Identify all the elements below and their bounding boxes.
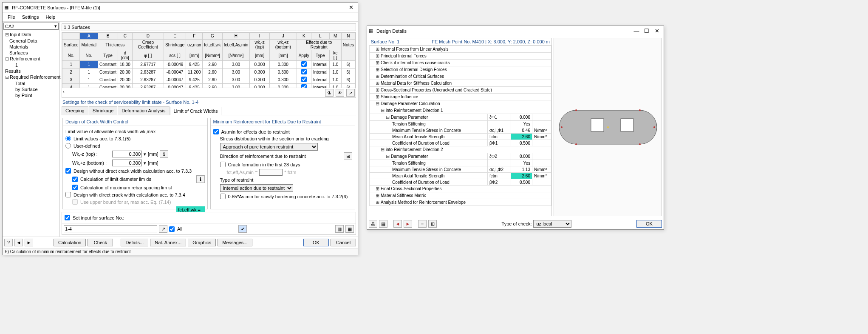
case-combo[interactable]: CA2▾ bbox=[3, 23, 59, 30]
detail-row[interactable]: ⊟Damage ParameterζΦ20.000 bbox=[370, 153, 551, 160]
menu-settings[interactable]: Settings bbox=[19, 14, 42, 20]
col-h[interactable]: H bbox=[222, 33, 250, 40]
detail-row[interactable]: ⊞Final Cross-Sectional Properties bbox=[370, 186, 551, 192]
col-m[interactable]: M bbox=[329, 33, 341, 40]
col-e[interactable]: E bbox=[164, 33, 186, 40]
detail-row[interactable]: ⊟into Reinforcement Direction 2 bbox=[370, 146, 551, 153]
table-row[interactable]: 41Constant20.002.63287-0.000479.4252.603… bbox=[62, 84, 356, 88]
col-l[interactable]: L bbox=[311, 33, 329, 40]
table-row[interactable]: 21Constant20.002.63287-0.0004711.2002.60… bbox=[62, 69, 356, 76]
wk-bottom-input[interactable] bbox=[112, 160, 142, 166]
col-c[interactable]: C bbox=[118, 33, 133, 40]
check-button[interactable]: Check bbox=[88, 239, 113, 246]
list-icon[interactable]: ≡ bbox=[418, 220, 427, 228]
detail-row[interactable]: ⊞Cross-Sectional Properties (Uncracked a… bbox=[370, 87, 551, 94]
info-icon-2[interactable]: ℹ bbox=[196, 175, 205, 183]
table-row[interactable]: 31Constant20.002.63287-0.000479.4252.603… bbox=[62, 76, 356, 84]
detail-row[interactable]: Mean Axial Tensile Strengthfctm2.60N/mm² bbox=[370, 134, 551, 140]
nat-annex-button[interactable]: Nat. Annex... bbox=[150, 239, 186, 246]
next-red-icon[interactable]: ► bbox=[404, 220, 412, 228]
eye-icon[interactable]: 👁 bbox=[336, 89, 344, 97]
detail-row[interactable]: ⊞Material Stiffness Matrix bbox=[370, 192, 551, 199]
tree-required-reinforcement[interactable]: ⊟Required Reinforcement bbox=[3, 74, 59, 80]
detail-table[interactable]: ⊞Internal Forces from Linear Analysis⊞Pr… bbox=[369, 46, 551, 206]
prev-red-icon[interactable]: ◄ bbox=[393, 220, 402, 228]
tree-reinforcement[interactable]: ⊟Reinforcement bbox=[3, 56, 59, 62]
stress-dist-select[interactable]: Approach of pure tension restraint bbox=[220, 143, 318, 151]
detail-row[interactable]: ⊞Material Data for Stiffness Calculation bbox=[370, 80, 551, 87]
detail-row[interactable]: Mean Axial Tensile Strengthfctm2.60N/mm² bbox=[370, 173, 551, 179]
graphics-button[interactable]: Graphics bbox=[188, 239, 216, 246]
restraint-type-select[interactable]: Internal action due to restraint bbox=[220, 184, 293, 192]
tree-input-data[interactable]: ⊟Input Data bbox=[3, 31, 59, 38]
detail-row[interactable]: ⊟into Reinforcement Direction 1 bbox=[370, 107, 551, 114]
excel-icon[interactable]: ▦ bbox=[379, 220, 387, 228]
close-icon[interactable]: ✕ bbox=[652, 28, 662, 34]
tab-shrinkage[interactable]: Shrinkage bbox=[89, 106, 118, 115]
col-i[interactable]: I bbox=[250, 33, 270, 40]
col-n[interactable]: N bbox=[341, 33, 355, 40]
detail-row[interactable]: Coefficient of Duration of LoadβΦ20.500 bbox=[370, 179, 551, 186]
view-2-icon[interactable]: ▦ bbox=[345, 225, 354, 233]
col-a[interactable]: A bbox=[80, 33, 98, 40]
tree-total[interactable]: Total bbox=[3, 80, 59, 86]
col-b[interactable]: B bbox=[98, 33, 118, 40]
menu-help[interactable]: Help bbox=[42, 14, 59, 20]
chk-asmin[interactable] bbox=[213, 129, 219, 134]
table-row[interactable]: 11Constant18.002.67717-0.000499.4252.603… bbox=[62, 61, 356, 69]
help-icon[interactable]: ? bbox=[4, 239, 13, 246]
detail-row[interactable]: Maximum Tensile Stress in Concreteσc,I,Φ… bbox=[370, 166, 551, 173]
detail-ok-button[interactable]: OK bbox=[636, 220, 662, 228]
detail-row[interactable]: ⊞Principal Internal Forces bbox=[370, 53, 551, 60]
detail-row[interactable]: ⊞Selection of Internal Design Forces bbox=[370, 66, 551, 73]
cancel-button[interactable]: Cancel bbox=[331, 239, 356, 246]
grid-icon[interactable]: ⊞ bbox=[428, 220, 437, 228]
detail-row[interactable]: Maximum Tensile Stress in Concreteσc,I,Φ… bbox=[370, 127, 551, 134]
tree-surfaces[interactable]: Surfaces bbox=[3, 50, 59, 56]
radio-user-defined[interactable] bbox=[65, 143, 71, 148]
direction-icon[interactable]: ⊞ bbox=[344, 152, 352, 160]
type-check-select[interactable]: uz,local bbox=[533, 220, 571, 228]
menu-file[interactable]: File bbox=[4, 14, 19, 20]
tree-by-surface[interactable]: by Surface bbox=[3, 86, 59, 92]
chk-limsl[interactable] bbox=[72, 185, 78, 190]
detail-row[interactable]: Tension StiffeningYes bbox=[370, 121, 551, 127]
tab-crack-widths[interactable]: Limit of Crack Widths bbox=[170, 107, 222, 115]
detail-row[interactable]: Coefficient of Duration of LoadβΦ10.500 bbox=[370, 140, 551, 146]
col-k[interactable]: K bbox=[297, 33, 311, 40]
info-icon[interactable]: ℹ bbox=[160, 150, 168, 158]
close-icon[interactable]: ✕ bbox=[346, 4, 356, 11]
detail-row[interactable]: ⊞Internal Forces from Linear Analysis bbox=[370, 46, 551, 53]
maximize-icon[interactable]: ☐ bbox=[642, 28, 652, 34]
wk-top-input[interactable] bbox=[112, 151, 142, 157]
chk-733[interactable] bbox=[65, 168, 71, 174]
chk-085asmin[interactable] bbox=[220, 194, 226, 199]
next-icon[interactable]: ► bbox=[25, 239, 33, 246]
col-g[interactable]: G bbox=[203, 33, 222, 40]
chk-28days[interactable] bbox=[220, 162, 226, 167]
pick-surface-icon[interactable]: ↗ bbox=[159, 225, 167, 233]
tab-creeping[interactable]: Creeping bbox=[62, 106, 88, 115]
apply-check-icon[interactable]: ✔ bbox=[238, 225, 247, 233]
print-icon[interactable]: 🖶 bbox=[369, 220, 377, 228]
view-1-icon[interactable]: ▥ bbox=[335, 225, 344, 233]
detail-row[interactable]: ⊟Damage Parameter Calculation bbox=[370, 100, 551, 107]
detail-row[interactable]: ⊟Damage ParameterζΦ10.000 bbox=[370, 114, 551, 121]
minimize-icon[interactable]: — bbox=[631, 28, 642, 34]
radio-limit-7315[interactable] bbox=[65, 136, 71, 141]
prev-icon[interactable]: ◄ bbox=[14, 239, 23, 246]
col-f[interactable]: F bbox=[186, 33, 203, 40]
detail-row[interactable]: ⊞Analysis Method for Reinforcement Envel… bbox=[370, 199, 551, 206]
details-button[interactable]: Details... bbox=[121, 239, 148, 246]
filter-icon[interactable]: ⚗ bbox=[325, 89, 334, 97]
tree-reinforcement-1[interactable]: 1 bbox=[3, 62, 59, 68]
col-d[interactable]: D bbox=[132, 33, 164, 40]
tree-by-point[interactable]: by Point bbox=[3, 92, 59, 98]
chk-set-input[interactable] bbox=[65, 215, 70, 220]
chk-all[interactable] bbox=[169, 226, 175, 232]
chk-734[interactable] bbox=[65, 192, 71, 197]
detail-row[interactable]: Tension StiffeningYes bbox=[370, 160, 551, 166]
messages-button[interactable]: Messages... bbox=[218, 239, 252, 246]
surface-no-input[interactable] bbox=[64, 226, 157, 232]
tree-materials[interactable]: Materials bbox=[3, 44, 59, 50]
